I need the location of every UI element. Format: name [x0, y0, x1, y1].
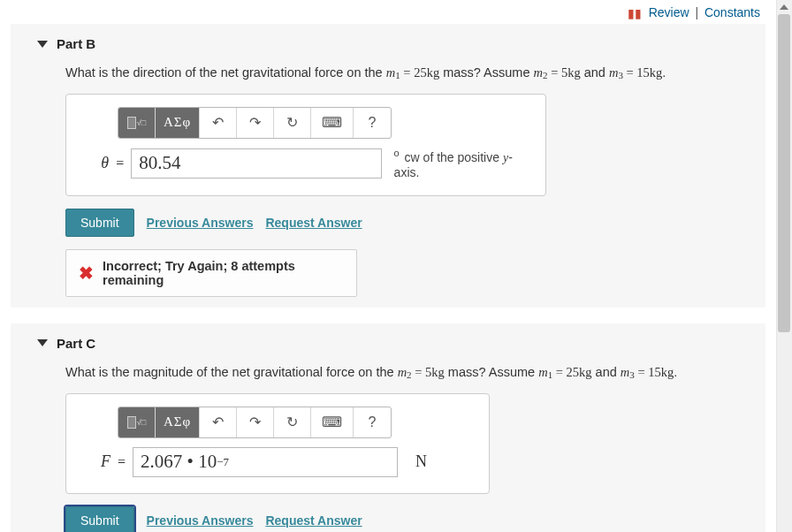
keyboard-button[interactable]: ⌨	[311, 108, 354, 138]
f-label: F	[82, 452, 110, 471]
feedback-text: Incorrect; Try Again; 8 attempts remaini…	[103, 259, 344, 287]
part-c-block: Part C What is the magnitude of the net …	[11, 323, 765, 532]
request-answer-link[interactable]: Request Answer	[265, 513, 362, 528]
submit-button[interactable]: Submit	[65, 209, 134, 237]
theta-input[interactable]	[131, 148, 381, 179]
templates-button[interactable]: √□	[118, 108, 156, 138]
part-b-actions: Submit Previous Answers Request Answer	[65, 209, 765, 237]
scroll-up-arrow[interactable]	[776, 0, 792, 14]
constants-link[interactable]: Constants	[704, 5, 760, 19]
top-links: ▮▮ Review | Constants	[0, 0, 776, 24]
part-c-answer-row: F = 2.067 • 10−7 N	[82, 447, 473, 477]
part-c-header[interactable]: Part C	[11, 323, 765, 360]
part-b-feedback: ✖ Incorrect; Try Again; 8 attempts remai…	[65, 249, 357, 297]
part-b-answer-card: √□ ΑΣφ ↶ ↷ ↻ ⌨ ? θ = o cw of the positiv…	[65, 94, 546, 196]
part-c-answer-card: √□ ΑΣφ ↶ ↷ ↻ ⌨ ? F = 2.067 • 10−7 N	[65, 393, 490, 494]
content-scroll[interactable]: ▮▮ Review | Constants Part B What is the…	[0, 0, 776, 532]
scrollbar-thumb[interactable]	[778, 14, 790, 332]
undo-button[interactable]: ↶	[200, 407, 237, 437]
part-c-prompt: What is the magnitude of the net gravita…	[11, 360, 765, 393]
part-b-title: Part B	[57, 36, 95, 51]
part-b-toolbar: √□ ΑΣφ ↶ ↷ ↻ ⌨ ?	[118, 107, 392, 139]
scrollbar-track[interactable]	[776, 0, 792, 532]
part-b-block: Part B What is the direction of the net …	[11, 24, 765, 308]
part-b-header[interactable]: Part B	[11, 24, 765, 60]
review-link[interactable]: Review	[649, 5, 689, 19]
reset-button[interactable]: ↻	[274, 108, 311, 138]
theta-label: θ	[82, 154, 109, 172]
previous-answers-link[interactable]: Previous Answers	[147, 216, 254, 230]
theta-unit: o cw of the positive y-axis.	[394, 148, 529, 179]
greek-button[interactable]: ΑΣφ	[156, 407, 200, 437]
help-button[interactable]: ?	[354, 407, 391, 437]
undo-button[interactable]: ↶	[200, 108, 237, 138]
book-icon: ▮▮	[628, 6, 642, 20]
keyboard-button[interactable]: ⌨	[311, 407, 354, 437]
redo-button[interactable]: ↷	[237, 407, 274, 437]
greek-button[interactable]: ΑΣφ	[156, 108, 200, 138]
collapse-icon	[37, 41, 48, 48]
reset-button[interactable]: ↻	[274, 407, 311, 437]
equals-sign: =	[118, 454, 126, 470]
part-b-prompt: What is the direction of the net gravita…	[11, 60, 765, 94]
f-input[interactable]: 2.067 • 10−7	[133, 447, 398, 477]
templates-button[interactable]: √□	[118, 407, 156, 437]
incorrect-icon: ✖	[79, 262, 94, 284]
part-c-actions: Submit Previous Answers Request Answer	[65, 506, 765, 533]
part-c-toolbar: √□ ΑΣφ ↶ ↷ ↻ ⌨ ?	[118, 407, 392, 438]
submit-button[interactable]: Submit	[65, 506, 134, 533]
collapse-icon	[37, 339, 48, 346]
request-answer-link[interactable]: Request Answer	[265, 216, 362, 230]
part-b-answer-row: θ = o cw of the positive y-axis.	[82, 148, 529, 179]
previous-answers-link[interactable]: Previous Answers	[147, 513, 254, 528]
help-button[interactable]: ?	[354, 108, 391, 138]
separator: |	[695, 5, 698, 19]
part-c-title: Part C	[57, 336, 95, 351]
redo-button[interactable]: ↷	[237, 108, 274, 138]
f-unit: N	[415, 452, 427, 471]
equals-sign: =	[116, 156, 124, 171]
